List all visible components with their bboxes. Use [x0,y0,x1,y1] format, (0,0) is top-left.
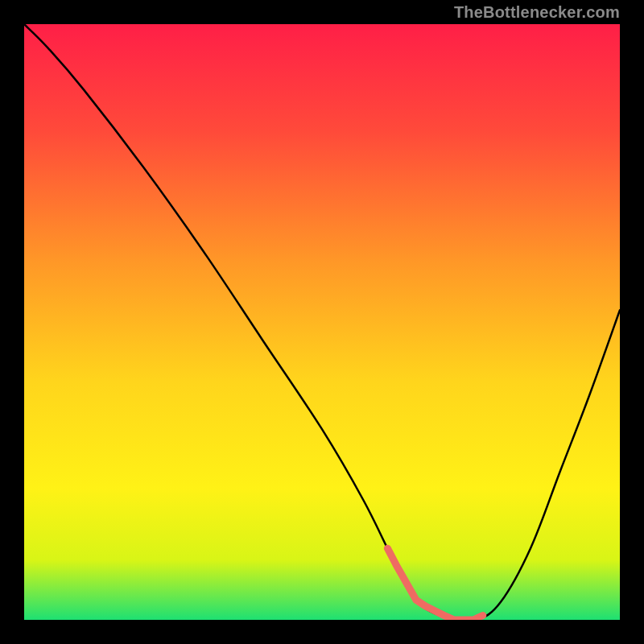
gradient-background [24,24,620,620]
watermark-text: TheBottlenecker.com [454,3,620,22]
bottleneck-chart [24,24,620,620]
chart-frame [24,24,620,620]
